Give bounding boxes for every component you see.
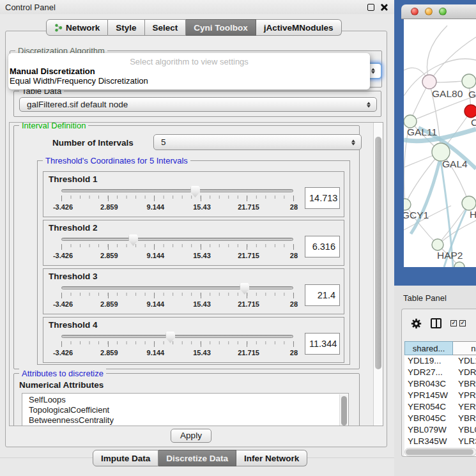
vertical-scrollbar[interactable] — [373, 123, 383, 426]
tab-impute-data[interactable]: Impute Data — [93, 450, 158, 466]
network-icon — [54, 24, 63, 32]
threshold-label: Threshold 3 — [43, 269, 344, 281]
slider-ticks — [61, 341, 293, 344]
threshold-label: Threshold 4 — [43, 318, 344, 330]
slider-track[interactable] — [61, 335, 293, 338]
table-row[interactable]: YPR145WYPR1 — [404, 390, 476, 401]
threshold-value-field[interactable]: 11.344 — [305, 333, 340, 355]
combo-arrows-icon — [371, 68, 375, 74]
column-header-name[interactable]: name — [453, 341, 476, 355]
tick-mark — [61, 293, 62, 298]
control-panel-titlebar: Control Panel — [0, 0, 394, 14]
minimize-window-icon[interactable] — [425, 8, 433, 15]
threshold-slider[interactable]: -3.4262.8599.14415.4321.71528 — [60, 234, 296, 262]
tab-jactivemnodules[interactable]: jActiveMNodules — [256, 19, 342, 36]
table-row[interactable]: YBR045CYBR0 — [404, 413, 476, 424]
tab-select[interactable]: Select — [145, 19, 187, 36]
split-columns-icon[interactable] — [431, 318, 441, 328]
tick-mark — [201, 341, 201, 347]
network-node[interactable] — [432, 239, 443, 250]
node-label: HAP2 — [437, 250, 463, 261]
tick-label: 28 — [290, 300, 298, 308]
checkbox-icon[interactable]: ✓ — [459, 320, 466, 326]
attribute-list-item[interactable]: TopologicalCoefficient — [22, 405, 348, 415]
slider-track[interactable] — [61, 286, 293, 289]
gear-icon[interactable] — [411, 318, 422, 329]
tick-label: 15.43 — [193, 203, 211, 211]
group-title: Threshold's Coordinates for 5 Intervals — [43, 156, 190, 165]
table-panel-region: Table Panel ✓ ✓ shared... name YD — [394, 286, 476, 476]
node-table-panel: ✓ ✓ shared... name YDL19...YDL1YDR27...Y… — [401, 309, 476, 457]
dropdown-item-equal-width-frequency[interactable]: Equal Width/Frequency Discretization — [8, 76, 370, 86]
tick-label: 2.859 — [100, 300, 118, 308]
tab-discretize-data[interactable]: Discretize Data — [158, 450, 236, 466]
tick-label: -3.426 — [53, 349, 73, 357]
network-canvas[interactable]: GAL80GACGAL11GAL4GCY1HHAP2 — [404, 19, 476, 267]
tick-mark — [293, 293, 294, 298]
group-title: Attributes to discretize — [19, 369, 106, 378]
table-row[interactable]: YER054CYER0 — [404, 401, 476, 413]
zoom-window-icon[interactable] — [439, 8, 447, 15]
table-row[interactable]: YLR345WYLR3 — [404, 436, 476, 447]
horizontal-scrollbar[interactable] — [404, 448, 476, 456]
slider-track[interactable] — [61, 238, 293, 241]
network-window-titlebar[interactable] — [401, 4, 476, 19]
tick-label: -3.426 — [53, 300, 73, 308]
close-panel-icon[interactable] — [380, 4, 387, 11]
tick-mark — [247, 244, 247, 250]
network-node[interactable] — [404, 199, 411, 210]
threshold-slider[interactable]: -3.4262.8599.14415.4321.71528 — [60, 331, 296, 359]
tick-label: 9.144 — [147, 300, 165, 308]
dropdown-item-manual-discretization[interactable]: Manual Discretization — [8, 66, 370, 76]
scrollbar-thumb[interactable] — [406, 449, 473, 455]
slider-ticks — [61, 196, 293, 199]
threshold-value-field[interactable]: 6.316 — [305, 236, 340, 257]
network-node[interactable] — [462, 196, 476, 210]
cyni-toolbox-panel: Discretization Algorithm Select algorith… — [5, 31, 387, 447]
table-row[interactable]: YDL19...YDL1 — [404, 355, 476, 367]
network-node[interactable] — [464, 105, 476, 118]
tick-label: 28 — [290, 349, 298, 357]
attribute-list-item[interactable]: BetweennessCentrality — [22, 415, 348, 426]
tab-cyni-toolbox[interactable]: Cyni Toolbox — [186, 19, 256, 36]
float-panel-icon[interactable] — [367, 4, 374, 11]
network-node[interactable] — [404, 115, 417, 128]
threshold-slider[interactable]: -3.4262.8599.14415.4321.71528 — [60, 282, 296, 311]
algorithm-dropdown-popup: Select algorithm to view settings Manual… — [8, 53, 370, 89]
tab-infer-network[interactable]: Infer Network — [236, 450, 307, 466]
tick-label: 2.859 — [100, 349, 118, 357]
table-row[interactable]: YDR27...YDR2 — [404, 367, 476, 378]
table-row[interactable]: YBL079WYBL0 — [404, 424, 476, 436]
threshold-label: Threshold 2 — [43, 220, 344, 233]
tick-mark — [154, 293, 155, 298]
tab-style[interactable]: Style — [108, 19, 144, 36]
apply-button[interactable]: Apply — [171, 429, 211, 443]
threshold-value-field[interactable]: 14.713 — [305, 187, 340, 209]
close-window-icon[interactable] — [411, 8, 418, 15]
table-row[interactable]: YBR043CYBR0 — [404, 378, 476, 390]
table-data-group: Table Data galFiltered.sif default node — [13, 91, 381, 117]
settings-scrollpane: Interval Definition Number of Intervals … — [9, 122, 383, 426]
table-data-combobox[interactable]: galFiltered.sif default node — [19, 97, 377, 112]
network-node[interactable] — [462, 74, 476, 88]
numerical-attributes-label: Numerical Attributes — [19, 380, 104, 390]
table-body: YDL19...YDL1YDR27...YDR2YBR043CYBR0YPR14… — [404, 355, 476, 457]
threshold-value-field[interactable]: 21.4 — [305, 284, 340, 306]
tick-label: 15.43 — [193, 300, 211, 308]
checkbox-icon[interactable]: ✓ — [450, 320, 457, 326]
node-label: GAL11 — [407, 127, 437, 137]
threshold-slider[interactable]: -3.4262.8599.14415.4321.71528 — [60, 185, 296, 213]
threshold-3-box: Threshold 3-3.4262.8599.14415.4321.71528… — [43, 268, 344, 314]
attribute-list-item[interactable]: SelfLoops — [22, 395, 348, 405]
tick-label: 9.144 — [147, 349, 165, 357]
tab-network[interactable]: Network — [46, 19, 108, 36]
numerical-attributes-list: SelfLoopsTopologicalCoefficientBetweenne… — [22, 393, 349, 426]
scrollbar-thumb[interactable] — [341, 396, 347, 426]
scrollbar-thumb[interactable] — [375, 137, 381, 369]
number-of-intervals-combobox[interactable]: 5 — [153, 134, 362, 150]
column-header-shared-name[interactable]: shared... — [404, 341, 453, 355]
slider-ticks — [61, 244, 293, 247]
list-scrollbar[interactable] — [339, 394, 348, 426]
slider-track[interactable] — [61, 189, 293, 192]
network-node[interactable] — [422, 75, 436, 89]
